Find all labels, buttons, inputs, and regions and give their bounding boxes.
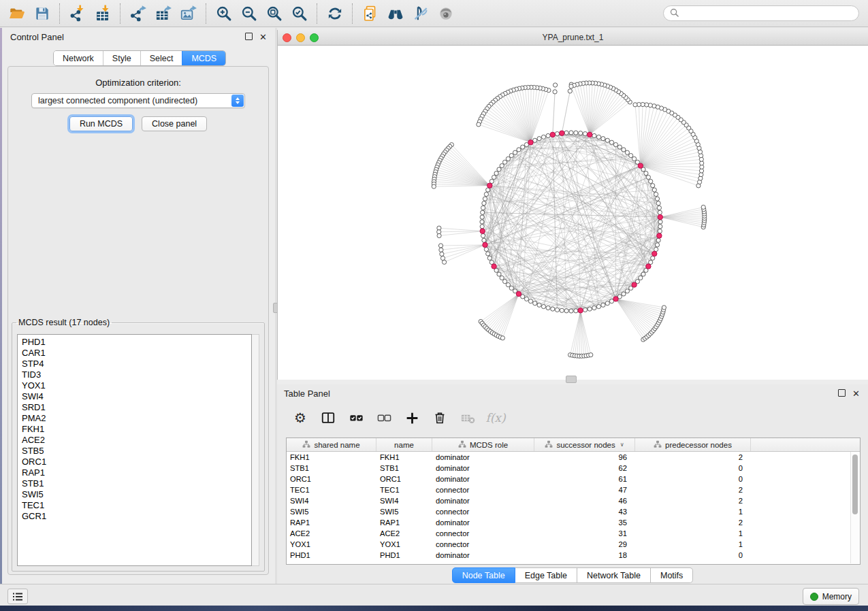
table-cell: 1 (635, 540, 751, 548)
mcds-result-item[interactable]: FKH1 (22, 424, 251, 435)
close-panel-icon[interactable]: ✕ (852, 389, 860, 398)
close-panel-button[interactable]: Close panel (142, 116, 207, 131)
column-header-successor-nodes[interactable]: successor nodes∨ (534, 438, 635, 451)
close-panel-icon[interactable]: ✕ (259, 33, 267, 42)
mcds-result-item[interactable]: SRD1 (22, 402, 251, 413)
export-network-icon[interactable] (125, 2, 150, 25)
tab-mcds[interactable]: MCDS (182, 51, 225, 65)
table-row[interactable]: ACE2ACE2connector311 (287, 528, 860, 539)
table-cell: 0 (635, 464, 751, 472)
open-file-icon[interactable] (4, 2, 29, 25)
export-image-icon[interactable] (176, 2, 201, 25)
mcds-result-item[interactable]: STB5 (22, 446, 251, 457)
table-cell: connector (432, 529, 534, 538)
toggle-graphics-details-icon[interactable] (408, 2, 433, 25)
clone-network-icon[interactable] (357, 2, 383, 25)
import-network-icon[interactable] (65, 2, 90, 25)
table-row[interactable]: FKH1FKH1dominator962 (287, 452, 860, 463)
network-canvas[interactable] (278, 46, 868, 380)
float-panel-icon[interactable] (838, 389, 846, 398)
table-scrollbar[interactable] (850, 452, 859, 563)
mcds-result-item[interactable]: PHD1 (22, 337, 251, 348)
column-header-name[interactable]: name (376, 438, 432, 451)
tab-style[interactable]: Style (103, 51, 140, 65)
zoom-selected-icon[interactable] (287, 2, 312, 25)
zoom-out-icon[interactable] (236, 2, 261, 25)
tab-network-table[interactable]: Network Table (577, 567, 651, 583)
table-cell: connector (432, 508, 534, 516)
table-cell: PHD1 (376, 551, 432, 559)
table-row[interactable]: TEC1TEC1connector472 (287, 484, 860, 495)
network-search-box[interactable] (663, 5, 859, 21)
tab-motifs[interactable]: Motifs (651, 567, 693, 583)
panel-list-button[interactable] (7, 589, 28, 604)
float-panel-icon[interactable] (245, 33, 253, 42)
control-panel-tabs: NetworkStyleSelectMCDS (53, 50, 226, 66)
table-row[interactable]: ORC1ORC1dominator610 (287, 474, 860, 484)
network-window-titlebar: YPA_prune.txt_1 (278, 30, 868, 46)
mcds-list-scrollbar[interactable] (252, 334, 259, 566)
tab-edge-table[interactable]: Edge Table (515, 567, 577, 583)
table-cell: SWI5 (287, 508, 376, 516)
mcds-result-title: MCDS result (17 nodes) (16, 318, 112, 327)
mcds-tab-content: Optimization criterion: largest connecte… (7, 66, 269, 575)
table-row[interactable]: SWI4SWI4dominator462 (287, 495, 860, 506)
deselect-all-icon[interactable] (375, 409, 393, 427)
table-row[interactable]: STB1STB1dominator620 (287, 463, 860, 474)
gear-icon[interactable]: ⚙ (291, 409, 309, 427)
table-cell: 47 (534, 486, 635, 494)
mcds-result-item[interactable]: STB1 (22, 478, 251, 489)
attribute-icon (654, 440, 662, 450)
column-header-MCDS-role[interactable]: MCDS role (432, 438, 534, 451)
table-row[interactable]: YOX1YOX1connector291 (287, 539, 860, 550)
birds-eye-view-icon[interactable] (433, 2, 458, 25)
table-row[interactable]: SWI5SWI5connector431 (287, 506, 860, 517)
mcds-result-item[interactable]: SWI4 (22, 391, 251, 402)
main-toolbar (0, 0, 868, 27)
mcds-result-item[interactable]: ACE2 (22, 435, 251, 446)
delete-row-icon[interactable] (431, 409, 449, 427)
scrollbar-thumb[interactable] (852, 455, 858, 514)
mcds-result-item[interactable]: TEC1 (22, 500, 251, 511)
mcds-result-item[interactable]: SWI5 (22, 489, 251, 500)
tab-select[interactable]: Select (140, 51, 182, 65)
save-session-icon[interactable] (29, 2, 54, 25)
delete-table-icon (459, 409, 477, 427)
export-table-icon[interactable] (150, 2, 176, 25)
mcds-result-item[interactable]: STP4 (22, 359, 251, 369)
panel-divider-horizontal[interactable] (277, 380, 868, 384)
run-mcds-button[interactable]: Run MCDS (69, 116, 133, 131)
mcds-result-item[interactable]: PMA2 (22, 413, 251, 424)
mcds-result-item[interactable]: GCR1 (22, 511, 251, 522)
mcds-result-item[interactable]: YOX1 (22, 380, 251, 391)
import-table-icon[interactable] (90, 2, 115, 25)
column-header-shared-name[interactable]: shared name (287, 438, 376, 451)
mcds-result-item[interactable]: ORC1 (22, 457, 251, 467)
table-cell: ORC1 (287, 475, 376, 483)
mcds-result-item[interactable]: TID3 (22, 369, 251, 380)
add-row-icon[interactable] (403, 409, 421, 427)
tab-network[interactable]: Network (54, 51, 103, 65)
dropdown-stepper-icon (231, 95, 244, 107)
mcds-result-item[interactable]: RAP1 (22, 467, 251, 478)
list-icon (12, 592, 23, 601)
table-cell: ACE2 (287, 529, 376, 538)
table-row[interactable]: RAP1RAP1dominator352 (287, 517, 860, 528)
select-all-icon[interactable] (347, 409, 365, 427)
zoom-in-icon[interactable] (211, 2, 236, 25)
table-cell: 61 (534, 475, 635, 483)
columns-icon[interactable] (319, 409, 337, 427)
column-header-predecessor-nodes[interactable]: predecessor nodes (635, 438, 751, 451)
memory-button[interactable]: Memory (803, 588, 859, 605)
tab-node-table[interactable]: Node Table (452, 567, 515, 583)
table-body: FKH1FKH1dominator962STB1STB1dominator620… (287, 452, 860, 561)
divider-grip-icon[interactable] (566, 376, 577, 383)
mcds-result-item[interactable]: CAR1 (22, 348, 251, 359)
table-type-tabs: Node TableEdge TableNetwork TableMotifs (277, 567, 868, 583)
criterion-select[interactable]: largest connected component (undirected) (31, 93, 245, 108)
search-input[interactable] (683, 8, 852, 19)
search-network-icon[interactable] (383, 2, 408, 25)
table-row[interactable]: PHD1PHD1dominator180 (287, 550, 860, 561)
zoom-fit-icon[interactable] (261, 2, 287, 25)
refresh-icon[interactable] (322, 2, 347, 25)
